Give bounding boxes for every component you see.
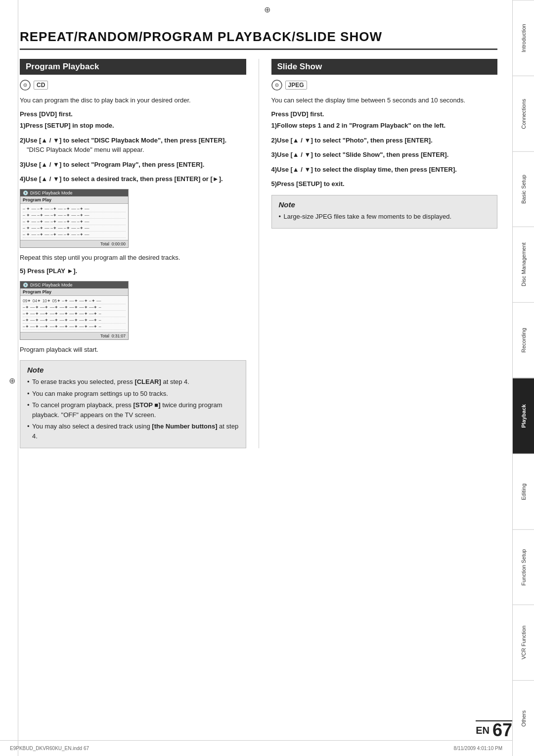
footer-left: E9PKBUD_DKVR60KU_EN.indd 67: [10, 746, 89, 751]
sidebar-item-playback[interactable]: Playback: [513, 378, 534, 454]
step-5: 5) Press [PLAY ►].: [20, 266, 246, 276]
program-playback-intro: You can program the disc to play back in…: [20, 95, 246, 105]
note-box-left: Note To erase tracks you selected, press…: [20, 360, 246, 448]
screen2-row-2: –✦ ––✦ ––✦ ––✦ ––✦ ––✦ ––✦ ––✦ –: [23, 304, 126, 311]
program-playback-section: Program Playback CD You can program the …: [20, 59, 246, 448]
slide-step-2: 2)Use [▲ / ▼] to select "Photo", then pr…: [271, 136, 498, 145]
slide-show-intro: You can select the display time between …: [271, 95, 498, 105]
disc-icon-area: CD: [20, 80, 246, 91]
slide-show-header: Slide Show: [271, 59, 498, 75]
main-content: REPEAT/RANDOM/PROGRAM PLAYBACK/SLIDE SHO…: [0, 14, 512, 478]
screen-mockup-1: 💿 DISC Playback Mode Program Play – ✦ ––…: [20, 189, 129, 248]
note-box-right: Note Large-size JPEG files take a few mo…: [271, 195, 498, 229]
screen1-body: – ✦ –– –✦ –– –✦ –– –✦ –– –✦ –– – ✦ –– –✦…: [20, 204, 128, 240]
footer-right: 8/11/2009 4:01:10 PM: [454, 746, 502, 751]
note-item-4: You may also select a desired track usin…: [27, 422, 239, 441]
slide-step-5: 5)Press [SETUP] to exit.: [271, 179, 498, 189]
cd-label: CD: [34, 81, 48, 90]
reg-mark-top: ⊕: [0, 0, 534, 14]
jpeg-label: JPEG: [285, 81, 307, 90]
screen2-row-1: 09✦ 04✦ 10✦ 05✦ –✦ ––✦ ––✦ –✦ ––: [23, 298, 126, 304]
screen2-row-3: –✦ ––✦ ––✦ ––✦ ––✦ ––✦ ––✦ ––✦ –: [23, 311, 126, 317]
note-title-right: Note: [279, 200, 490, 209]
slide-step-3: 3)Use [▲ / ▼] to select "Slide Show", th…: [271, 150, 498, 160]
note-item-1: To erase tracks you selected, press [CLE…: [27, 377, 239, 387]
press-dvd-first-left: Press [DVD] first.: [20, 109, 246, 119]
screen2-disc-icon: 💿: [23, 283, 28, 287]
step5-label: 5) Press [PLAY ►].: [20, 267, 77, 275]
bottom-bar: E9PKBUD_DKVR60KU_EN.indd 67 8/11/2009 4:…: [0, 740, 512, 756]
screen1-total-label: Total: [100, 241, 109, 246]
press-dvd-first-right: Press [DVD] first.: [271, 109, 498, 119]
note-list-right: Large-size JPEG files take a few moments…: [279, 212, 490, 222]
program-start-text: Program playback will start.: [20, 345, 246, 355]
screen1-row-4: – ✦ –– –✦ –– –✦ –– –✦ –– –✦ ––: [23, 225, 126, 232]
screen2-total-value: 0:31:07: [112, 333, 126, 338]
step-3: 3)Use [▲ / ▼] to select "Program Play", …: [20, 160, 246, 170]
vertical-line-left: [18, 0, 18, 756]
sidebar: Introduction Connections Basic Setup Dis…: [512, 0, 534, 756]
column-divider: [259, 59, 259, 448]
screen1-title-bar: 💿 DISC Playback Mode: [20, 189, 128, 196]
sidebar-item-editing[interactable]: Editing: [513, 454, 534, 529]
svg-point-2: [25, 85, 26, 86]
sidebar-item-function-setup[interactable]: Function Setup: [513, 529, 534, 605]
screen1-row-5: – ✦ –– –✦ –– –✦ –– –✦ –– –✦ ––: [23, 232, 126, 238]
screen2-body: 09✦ 04✦ 10✦ 05✦ –✦ ––✦ ––✦ –✦ –– –✦ ––✦ …: [20, 296, 128, 332]
screen1-row-1: – ✦ –– –✦ –– –✦ –– –✦ –– –✦ ––: [23, 206, 126, 212]
screen2-footer: Total 0:31:07: [20, 332, 128, 339]
sidebar-item-connections[interactable]: Connections: [513, 76, 534, 151]
reg-mark-left: ⊕: [9, 376, 15, 385]
screen1-total-value: 0:00:00: [112, 241, 126, 246]
screen2-total-label: Total: [100, 333, 109, 338]
cd-disc-icon: [20, 80, 31, 91]
sidebar-item-vcr-function[interactable]: VCR Function: [513, 605, 534, 680]
screen1-footer: Total 0:00:00: [20, 240, 128, 247]
note-item-3: To cancel program playback, press [STOP …: [27, 400, 239, 420]
screen1-row-2: – ✦ –– –✦ –– –✦ –– –✦ –– –✦ ––: [23, 212, 126, 219]
slide-step-4: 4)Use [▲ / ▼] to select the display time…: [271, 165, 498, 175]
page-title: REPEAT/RANDOM/PROGRAM PLAYBACK/SLIDE SHO…: [20, 29, 497, 50]
screen1-row-3: – ✦ –– –✦ –– –✦ –– –✦ –– –✦ ––: [23, 219, 126, 225]
slide-note-item-1: Large-size JPEG files take a few moments…: [279, 212, 490, 222]
step-2: 2)Use [▲ / ▼] to select "DISC Playback M…: [20, 136, 246, 155]
step-4: 4)Use [▲ / ▼] to select a desired track,…: [20, 174, 246, 184]
note-list-left: To erase tracks you selected, press [CLE…: [27, 377, 239, 441]
page-number-badge: EN 67: [476, 720, 512, 739]
note-title-left: Note: [27, 366, 239, 374]
jpeg-icon-area: JPEG: [271, 80, 498, 91]
sidebar-item-others[interactable]: Others: [513, 680, 534, 756]
svg-point-5: [276, 85, 277, 86]
note-item-2: You can make program settings up to 50 t…: [27, 389, 239, 399]
sidebar-item-recording[interactable]: Recording: [513, 302, 534, 378]
sidebar-item-introduction[interactable]: Introduction: [513, 0, 534, 76]
slide-step-1: 1)Follow steps 1 and 2 in "Program Playb…: [271, 121, 498, 131]
screen2-row-4: –✦ ––✦ ––✦ ––✦ ––✦ ––✦ ––✦ ––✦ –: [23, 317, 126, 324]
screen1-subtitle: Program Play: [20, 196, 128, 204]
slide-show-section: Slide Show JPEG You can select the displ…: [271, 59, 498, 229]
sidebar-item-basic-setup[interactable]: Basic Setup: [513, 151, 534, 227]
screen2-subtitle: Program Play: [20, 288, 128, 296]
screen-mockup-2: 💿 DISC Playback Mode Program Play 09✦ 04…: [20, 281, 129, 340]
screen1-disc-icon: 💿: [23, 190, 28, 195]
program-playback-header: Program Playback: [20, 59, 246, 75]
sidebar-item-disc-management[interactable]: Disc Management: [513, 227, 534, 302]
page-number: 67: [492, 721, 512, 739]
jpeg-disc-icon: [271, 80, 282, 91]
en-label: EN: [476, 725, 490, 736]
screen2-title-bar: 💿 DISC Playback Mode: [20, 282, 128, 288]
step-1: 1)Press [SETUP] in stop mode.: [20, 121, 246, 131]
repeat-text: Repeat this step until you program all t…: [20, 253, 246, 263]
screen2-row-5: –✦ ––✦ ––✦ ––✦ ––✦ ––✦ ––✦ ––✦ –: [23, 324, 126, 330]
